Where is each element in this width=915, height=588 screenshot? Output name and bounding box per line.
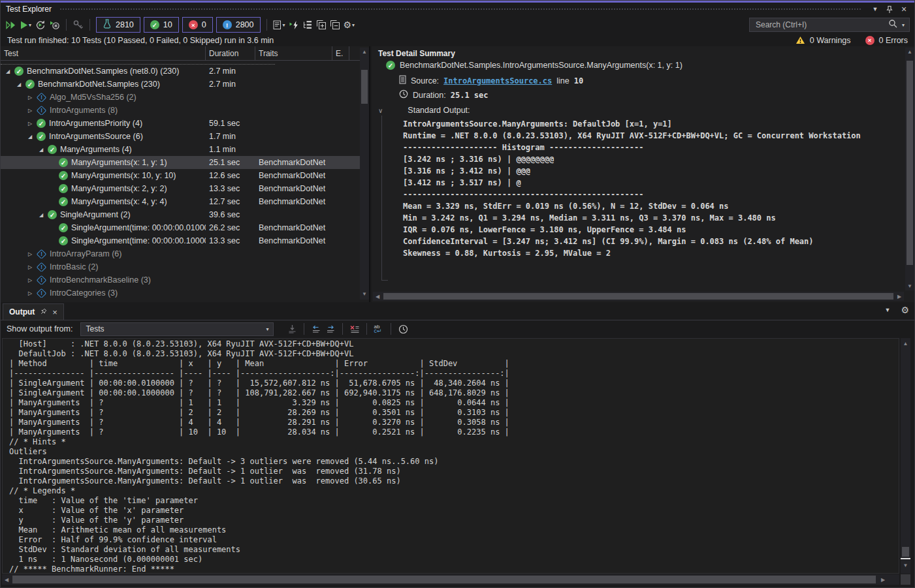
- expander-collapsed-icon[interactable]: ▷: [27, 108, 33, 114]
- test-passed-icon: ✓: [48, 210, 57, 219]
- run-icon[interactable]: ▾: [20, 18, 31, 31]
- output-log[interactable]: [Host] : .NET 8.0.0 (8.0.23.53103), X64 …: [2, 338, 899, 574]
- column-header-error[interactable]: E.: [332, 46, 349, 60]
- failed-tests-filter-button[interactable]: × 0: [182, 17, 213, 33]
- expand-all-icon[interactable]: [316, 18, 327, 31]
- test-tree-row[interactable]: ✓ManyArguments(x: 1, y: 1)25.1 secBenchm…: [1, 156, 360, 169]
- tab-pin-icon[interactable]: [40, 306, 47, 318]
- expander-expanded-icon[interactable]: ◢: [27, 134, 33, 140]
- source-file-link[interactable]: IntroArgumentsSource.cs: [443, 76, 552, 85]
- expander-collapsed-icon[interactable]: ▷: [27, 121, 33, 127]
- previous-message-icon[interactable]: [311, 322, 321, 335]
- cancel-run-icon[interactable]: [49, 18, 60, 31]
- separator: [342, 323, 343, 335]
- test-duration: 2.7 min: [206, 80, 255, 89]
- test-tree-row[interactable]: ◢✓IntroArgumentsSource (6)1.7 min: [1, 130, 360, 143]
- output-source-dropdown[interactable]: Tests ▾: [80, 322, 274, 336]
- output-toolbar: Show output from: Tests ▾ abc↵: [1, 320, 914, 337]
- test-tree-row[interactable]: ◢✓BenchmarkDotNet.Samples (230)2.7 min: [1, 78, 360, 91]
- expander-expanded-icon[interactable]: ◢: [5, 69, 11, 74]
- playlist-icon[interactable]: ▾: [273, 18, 285, 31]
- detail-vertical-scrollbar[interactable]: ▲ ▼: [905, 48, 914, 290]
- test-label: SingleArgument(time: 00:00:00.0100000): [71, 223, 206, 232]
- warning-icon[interactable]: [795, 36, 805, 44]
- clear-all-icon[interactable]: [349, 322, 360, 335]
- expander-collapsed-icon[interactable]: ▷: [27, 95, 33, 101]
- test-duration: 25.1 sec: [206, 158, 255, 167]
- test-passed-icon: ✓: [59, 158, 68, 167]
- test-passed-icon: ✓: [386, 61, 395, 70]
- test-tree-row[interactable]: ◢✓ManyArguments (4)1.1 min: [1, 143, 360, 156]
- total-tests-filter-button[interactable]: 2810: [96, 17, 140, 33]
- test-passed-icon: ✓: [48, 145, 57, 154]
- collapse-all-icon[interactable]: [330, 18, 340, 31]
- test-tree-row[interactable]: ▷!IntroCategories (3): [1, 286, 360, 300]
- expander-collapsed-icon[interactable]: ▷: [27, 277, 33, 283]
- test-duration: 2.7 min: [206, 67, 255, 76]
- test-tree-row[interactable]: ✓SingleArgument(time: 00:00:00.0100000)2…: [1, 221, 360, 234]
- warnings-count[interactable]: 0 Warnings: [810, 36, 851, 45]
- expander-collapsed-icon[interactable]: ▷: [27, 264, 33, 270]
- next-message-icon[interactable]: [325, 322, 336, 335]
- run-after-build-icon[interactable]: [289, 18, 299, 31]
- group-by-icon[interactable]: [302, 18, 313, 31]
- test-tree-row[interactable]: ◢✓BenchmarkDotNet.Samples (net8.0) (230)…: [1, 65, 360, 78]
- output-gear-icon[interactable]: ⚙: [901, 305, 909, 315]
- detail-horizontal-scrollbar[interactable]: ◀ ▶: [373, 292, 904, 301]
- test-run-status-text: Test run finished: 10 Tests (10 Passed, …: [7, 36, 274, 45]
- notrun-tests-filter-button[interactable]: ! 2800: [216, 17, 261, 33]
- errors-count[interactable]: 0 Errors: [879, 36, 908, 45]
- test-tree-row[interactable]: ▷!Algo_Md5VsSha256 (2): [1, 91, 360, 104]
- expander-expanded-icon[interactable]: ◢: [38, 212, 44, 218]
- separator: [304, 323, 304, 335]
- test-tree-row[interactable]: ▷!IntroBasic (2): [1, 260, 360, 273]
- test-label: Algo_Md5VsSha256 (2): [50, 93, 136, 102]
- pin-icon[interactable]: [884, 4, 895, 14]
- test-tree-row[interactable]: ◢✓SingleArgument (2)39.6 sec: [1, 208, 360, 221]
- timestamp-clock-icon[interactable]: [398, 322, 408, 335]
- drag-grip[interactable]: [59, 8, 862, 11]
- search-options-chevron-icon[interactable]: ▾: [902, 22, 905, 28]
- test-duration: 26.2 sec: [206, 223, 255, 232]
- test-tree-row[interactable]: ▷!IntroBenchmarkBaseline (3): [1, 273, 360, 286]
- expander-expanded-icon[interactable]: ◢: [38, 147, 44, 153]
- notrun-icon: !: [223, 20, 232, 29]
- window-position-chevron-icon[interactable]: ▼: [870, 4, 880, 14]
- run-all-icon[interactable]: [5, 18, 16, 31]
- output-tab-strip: Output × ▼ ⚙: [1, 303, 914, 320]
- output-horizontal-scrollbar[interactable]: ◀ ▶: [2, 574, 899, 585]
- expander-collapsed-icon[interactable]: ▷: [27, 290, 33, 296]
- stdout-collapse-chevron-icon[interactable]: ∨: [378, 107, 383, 114]
- stdout-text: IntroArgumentsSource.ManyArguments: Defa…: [403, 118, 861, 259]
- column-header-duration[interactable]: Duration: [206, 46, 255, 60]
- test-tree-row[interactable]: ✓SingleArgument(time: 00:00:00.1000000)1…: [1, 234, 360, 247]
- repeat-last-run-icon[interactable]: [35, 18, 46, 31]
- passed-tests-filter-button[interactable]: ✓ 10: [144, 17, 179, 33]
- tab-output[interactable]: Output ×: [3, 303, 64, 320]
- error-icon[interactable]: ×: [865, 36, 875, 45]
- output-window-chevron-icon[interactable]: ▼: [885, 307, 891, 313]
- test-tree-row[interactable]: ▷!IntroArguments (8): [1, 104, 360, 117]
- test-tree-row[interactable]: ✓ManyArguments(x: 4, y: 4)12.7 secBenchm…: [1, 195, 360, 208]
- expander-collapsed-icon[interactable]: ▷: [27, 251, 33, 257]
- tab-close-icon[interactable]: ×: [52, 308, 57, 317]
- column-header-test[interactable]: Test: [1, 46, 206, 60]
- output-source-value: Tests: [86, 324, 104, 333]
- tree-vertical-scrollbar[interactable]: ▲ ▼: [360, 48, 369, 300]
- test-tree-row[interactable]: ▷✓IntroArgumentsPriority (4)59.1 sec: [1, 117, 360, 130]
- test-label: IntroBasic (2): [50, 262, 98, 271]
- test-tree-row[interactable]: ✓ManyArguments(x: 2, y: 2)13.3 secBenchm…: [1, 182, 360, 195]
- test-tree-row[interactable]: ✓ManyArguments(x: 10, y: 10)12.6 secBenc…: [1, 169, 360, 182]
- column-header-traits[interactable]: Traits: [255, 46, 332, 60]
- source-label: Source:: [411, 76, 439, 85]
- output-vertical-scrollbar[interactable]: ▲ ▼: [901, 338, 910, 574]
- search-box[interactable]: ▾: [749, 18, 910, 32]
- word-wrap-icon[interactable]: abc↵: [374, 322, 384, 335]
- close-icon[interactable]: ×: [899, 4, 909, 14]
- search-input[interactable]: [754, 20, 884, 30]
- test-traits: BenchmarkDotNet: [255, 223, 332, 232]
- expander-expanded-icon[interactable]: ◢: [16, 82, 22, 87]
- search-icon[interactable]: [888, 19, 897, 31]
- test-tree-row[interactable]: ▷!IntroArrayParam (6): [1, 247, 360, 260]
- settings-gear-icon[interactable]: ⚙▾: [344, 18, 355, 31]
